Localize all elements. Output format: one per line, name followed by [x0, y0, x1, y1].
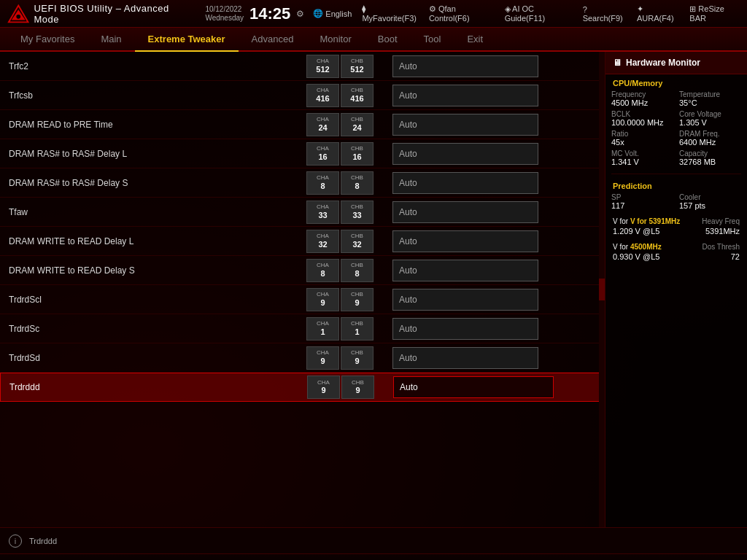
channel-b-label: CHB: [351, 321, 363, 327]
channel-a-box: CHA 416: [306, 84, 339, 107]
param-channels-4: CHA 8 CHB 8: [306, 171, 387, 195]
channel-a-val: 9: [320, 298, 325, 307]
channel-b-val: 8: [355, 182, 359, 190]
table-row[interactable]: TrdrdSd CHA 9 CHB 9 Auto: [0, 343, 605, 373]
channel-b-box: CHB 9: [341, 288, 374, 311]
table-row[interactable]: DRAM WRITE to READ Delay S CHA 8 CHB 8 A…: [0, 256, 605, 285]
channel-b-val: 512: [350, 65, 363, 74]
channel-b-box: CHB 33: [341, 201, 374, 224]
footer: Version 2.22.1284 Copyright (C) 2022 AMI…: [0, 553, 747, 560]
header-date: 10/12/2022Wednesday: [205, 5, 244, 23]
header-controls: 🌐 English ⧫ MyFavorite(F3) ⚙ Qfan Contro…: [313, 4, 740, 23]
param-value-7: Auto: [392, 260, 599, 281]
tab-exit[interactable]: Exit: [454, 28, 496, 52]
scroll-thumb[interactable]: [599, 279, 605, 300]
param-name-0: Trfc2: [0, 61, 306, 71]
logo-area: UEFI BIOS Utility – Advanced Mode: [7, 3, 189, 25]
myfavorite-control[interactable]: ⧫ MyFavorite(F3): [362, 4, 419, 23]
info-bar: i Trdrddd: [0, 527, 747, 553]
channel-b-box: CHB 24: [341, 113, 374, 136]
temperature-cell: Temperature 35°C: [679, 90, 741, 107]
table-row[interactable]: Trfc2 CHA 512 CHB 512 Auto: [0, 52, 605, 81]
channel-b-val: 1: [355, 327, 359, 336]
param-value-4: Auto: [392, 172, 599, 194]
bios-title: UEFI BIOS Utility – Advanced Mode: [34, 3, 189, 25]
tab-boot[interactable]: Boot: [365, 28, 411, 52]
qfan-control[interactable]: ⚙ Qfan Control(F6): [429, 4, 495, 23]
value-dropdown[interactable]: Auto: [392, 230, 538, 252]
resize-bar-control[interactable]: ⊞ ReSize BAR: [689, 4, 740, 23]
channel-a-label: CHA: [317, 58, 329, 65]
freq-4500-sublabel: Dos Thresh: [702, 243, 740, 251]
channel-a-box: CHA 9: [306, 346, 339, 370]
channel-a-val: 24: [318, 123, 327, 132]
channel-a-box: CHA 9: [307, 376, 340, 399]
dram-freq-value: 6400 MHz: [679, 138, 741, 147]
param-value-5: Auto: [392, 201, 599, 223]
channel-a-val: 8: [320, 269, 325, 278]
channel-b-val: 9: [355, 298, 359, 307]
channel-a-label: CHA: [317, 233, 329, 240]
tab-extreme-tweaker[interactable]: Extreme Tweaker: [135, 28, 239, 52]
tab-favorites[interactable]: My Favorites: [7, 28, 88, 52]
channel-a-box: CHA 8: [306, 259, 339, 282]
rog-logo-icon: [7, 4, 29, 24]
language-selector[interactable]: 🌐 English: [313, 9, 352, 18]
tab-tool[interactable]: Tool: [411, 28, 454, 52]
table-row[interactable]: DRAM WRITE to READ Delay L CHA 32 CHB 32…: [0, 227, 605, 256]
channel-b-val: 9: [355, 357, 359, 365]
param-value-1: Auto: [392, 85, 599, 106]
value-dropdown[interactable]: Auto: [392, 114, 538, 136]
channel-b-label: CHB: [351, 292, 363, 298]
value-dropdown[interactable]: Auto: [392, 143, 538, 165]
value-dropdown[interactable]: Auto: [393, 376, 554, 398]
param-value-3: Auto: [392, 143, 599, 165]
param-table: Trfc2 CHA 512 CHB 512 Auto Trfcsb CHA 41…: [0, 52, 605, 402]
mc-volt-value: 1.341 V: [611, 158, 673, 166]
param-channels-10: CHA 9 CHB 9: [306, 346, 387, 370]
value-dropdown[interactable]: Auto: [392, 172, 538, 194]
scrollbar[interactable]: [599, 52, 605, 527]
param-name-6: DRAM WRITE to READ Delay L: [0, 236, 306, 246]
channel-b-box: CHB 8: [341, 259, 374, 282]
table-row[interactable]: DRAM RAS# to RAS# Delay L CHA 16 CHB 16 …: [0, 139, 605, 168]
freq-5391-line: V for V for 5391MHz Heavy Freq: [613, 217, 740, 225]
frequency-value: 4500 MHz: [611, 98, 673, 107]
value-dropdown[interactable]: Auto: [392, 260, 538, 281]
table-row[interactable]: Trfcsb CHA 416 CHB 416 Auto: [0, 81, 605, 110]
channel-b-val: 9: [355, 386, 360, 394]
value-dropdown[interactable]: Auto: [392, 347, 538, 369]
tab-advanced[interactable]: Advanced: [239, 28, 307, 52]
table-row[interactable]: DRAM RAS# to RAS# Delay S CHA 8 CHB 8 Au…: [0, 168, 605, 198]
freq-5391-label: V for V for 5391MHz: [613, 217, 680, 225]
channel-a-label: CHA: [317, 146, 329, 152]
channel-b-label: CHB: [351, 204, 363, 211]
value-dropdown[interactable]: Auto: [392, 318, 538, 340]
channel-b-box: CHB 1: [341, 317, 374, 341]
channel-a-val: 8: [320, 182, 325, 190]
settings-icon[interactable]: ⚙: [296, 9, 304, 19]
channel-b-label: CHB: [351, 58, 363, 65]
channel-b-label: CHB: [351, 88, 363, 94]
param-name-5: Tfaw: [0, 207, 306, 217]
table-row[interactable]: DRAM READ to PRE Time CHA 24 CHB 24 Auto: [0, 110, 605, 139]
search-control[interactable]: ? Search(F9): [583, 5, 627, 23]
aioc-control[interactable]: ◈ AI OC Guide(F11): [505, 4, 573, 23]
freq-5391-sublabel: Heavy Freq: [702, 217, 740, 225]
value-dropdown[interactable]: Auto: [392, 289, 538, 311]
freq-4500-volt: 0.930 V @L5: [613, 252, 659, 261]
param-channels-0: CHA 512 CHB 512: [306, 55, 387, 78]
aura-control[interactable]: ✦ AURA(F4): [637, 4, 679, 23]
channel-b-val: 16: [352, 152, 361, 161]
ratio-cell: Ratio 45x: [611, 130, 673, 147]
tab-main[interactable]: Main: [88, 28, 134, 52]
table-row[interactable]: Tfaw CHA 33 CHB 33 Auto: [0, 198, 605, 227]
value-dropdown[interactable]: Auto: [392, 201, 538, 223]
table-row[interactable]: Trdrddd CHA 9 CHB 9 Auto: [0, 373, 605, 402]
tab-monitor[interactable]: Monitor: [306, 28, 364, 52]
table-row[interactable]: TrdrdSc CHA 1 CHB 1 Auto: [0, 314, 605, 343]
value-dropdown[interactable]: Auto: [392, 55, 538, 77]
channel-b-label: CHB: [352, 380, 364, 386]
table-row[interactable]: TrdrdScl CHA 9 CHB 9 Auto: [0, 285, 605, 314]
value-dropdown[interactable]: Auto: [392, 85, 538, 106]
